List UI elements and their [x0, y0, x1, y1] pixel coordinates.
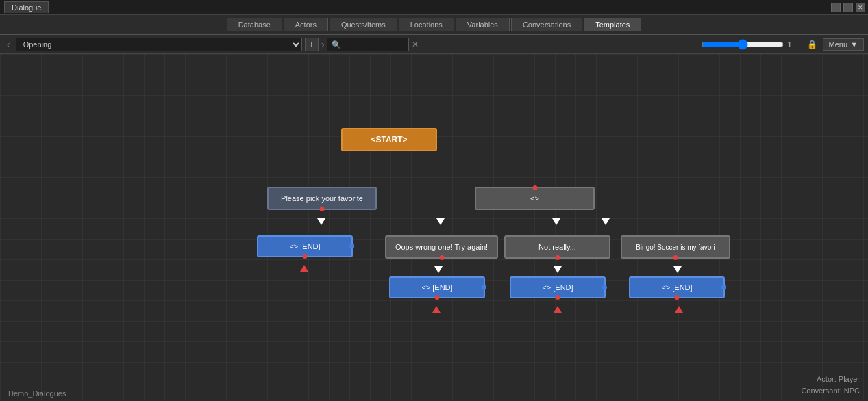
toolbar: ‹ Opening + › ✕ 1 🔒 Menu ▼	[0, 35, 868, 54]
end-node-1[interactable]: <> [END]	[257, 235, 353, 257]
zoom-control: 1	[702, 39, 802, 50]
window-controls: ⋮ ─ ✕	[831, 3, 865, 12]
tab-variables[interactable]: Variables	[456, 18, 510, 31]
project-label: Demo_Dialogues	[0, 387, 74, 400]
close-btn[interactable]: ✕	[856, 3, 865, 12]
node-dot-top-red	[532, 185, 537, 190]
minimize-btn[interactable]: ─	[843, 3, 853, 12]
arrow-down-6	[554, 266, 562, 273]
node-dot-red-bingo	[673, 255, 678, 260]
menu-chevron-icon: ▼	[850, 40, 858, 49]
start-node[interactable]: <START>	[341, 128, 437, 151]
canvas-area[interactable]: <START> Please pick your favorite <> <> …	[0, 54, 868, 400]
app-title: Dialogue	[4, 1, 49, 13]
node-dot-blue-2	[482, 285, 486, 290]
arrow-up-2	[432, 306, 441, 313]
node-dot-red	[320, 207, 325, 211]
title-bar: Dialogue ⋮ ─ ✕	[0, 0, 868, 15]
end-node-3[interactable]: <> [END]	[510, 276, 606, 298]
not-really-node[interactable]: Not really...	[504, 235, 610, 259]
status-bar: Actor: Player Conversant: NPC	[793, 371, 868, 400]
node-dot-red-4	[675, 295, 680, 300]
arrow-down-5	[434, 266, 443, 273]
conversant-label: Conversant: NPC	[801, 385, 860, 398]
end-node-4[interactable]: <> [END]	[629, 276, 725, 298]
node-dot-red-2	[435, 295, 440, 300]
conversation-dropdown[interactable]: Opening	[16, 38, 302, 51]
node-dot-red-1	[303, 254, 308, 259]
arrow-up-4	[675, 306, 683, 313]
search-input[interactable]	[327, 38, 409, 51]
arrow-down-4	[602, 218, 610, 225]
actor-label: Actor: Player	[801, 374, 860, 386]
arrow-down-7	[673, 266, 682, 273]
arrow-up-1	[300, 265, 308, 272]
menu-label: Menu	[829, 40, 848, 49]
more-options-btn[interactable]: ⋮	[831, 3, 841, 12]
node-dot-red-3	[556, 295, 560, 300]
node-dot-blue-1	[349, 244, 354, 249]
clear-search-btn[interactable]: ✕	[412, 40, 419, 49]
tab-actors[interactable]: Actors	[284, 18, 328, 31]
oops-node[interactable]: Oops wrong one! Try again!	[385, 235, 498, 259]
end-node-2[interactable]: <> [END]	[389, 276, 485, 298]
arrow-down-1	[317, 218, 325, 225]
tab-locations[interactable]: Locations	[399, 18, 454, 31]
node-dot-blue-3	[602, 285, 607, 290]
zoom-slider[interactable]	[702, 39, 784, 50]
lock-btn[interactable]: 🔒	[804, 40, 820, 49]
node-dot-red-oops	[439, 255, 444, 260]
bingo-node[interactable]: Bingo! Soccer is my favori	[621, 235, 730, 259]
nav-forward-icon: ›	[321, 39, 325, 50]
node-dot-red-notreally	[555, 255, 560, 260]
tab-quests-items[interactable]: Quests/Items	[330, 18, 397, 31]
tab-database[interactable]: Database	[227, 18, 282, 31]
node-dot-blue-4	[721, 285, 726, 290]
empty-node[interactable]: <>	[475, 187, 595, 210]
arrow-up-3	[554, 306, 562, 313]
zoom-value: 1	[788, 40, 802, 49]
connector-lines	[0, 54, 206, 157]
tab-templates[interactable]: Templates	[584, 18, 641, 31]
please-pick-node[interactable]: Please pick your favorite	[267, 187, 377, 210]
nav-back-btn[interactable]: ‹	[4, 39, 13, 50]
arrow-down-2	[436, 218, 445, 225]
add-node-btn[interactable]: +	[305, 38, 319, 51]
menu-btn[interactable]: Menu ▼	[823, 38, 864, 51]
tab-conversations[interactable]: Conversations	[511, 18, 582, 31]
arrow-down-3	[552, 218, 560, 225]
nav-tabs: Database Actors Quests/Items Locations V…	[0, 15, 868, 35]
